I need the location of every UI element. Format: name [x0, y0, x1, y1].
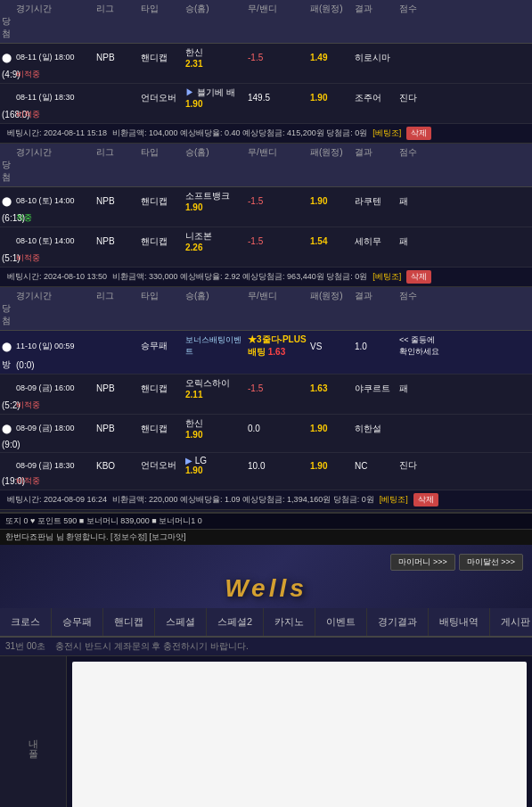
bet-link[interactable]: [베팅조]	[372, 128, 401, 139]
row-score: (6:13)	[2, 213, 16, 223]
row-status: 비적중	[16, 69, 96, 80]
bet-detail: 비환금액: 104,000 예상배당율: 0.40 예상당첨금: 415,200…	[112, 128, 367, 139]
col-win: 당첨	[2, 159, 16, 184]
row-away-odds: 1.63	[310, 383, 355, 393]
row-result: 패	[399, 383, 444, 395]
row-away-odds: 1.90	[310, 196, 355, 206]
cancel-button[interactable]: 삭제	[413, 493, 438, 506]
nav-handicap[interactable]: 핸디캡	[103, 608, 155, 636]
row-handicap: 149.5	[248, 93, 310, 103]
row-icon: ⬤	[2, 342, 16, 351]
col-away: 패(원정)	[310, 3, 355, 15]
bet-section-2: 경기시간 리그 타입 승(홈) 무/밴디 패(원정) 결과 점수 당첨 ⬤ 08…	[0, 144, 532, 287]
bet-info-row-3: 베팅시간: 2024-08-09 16:24 비환금액: 220,000 예상배…	[0, 490, 532, 510]
nav-betting-history[interactable]: 배팅내역	[429, 608, 490, 636]
row-time: 08-09 (금) 16:00	[16, 383, 96, 394]
cancel-button[interactable]: 삭제	[406, 127, 431, 140]
sports-section: 경기시간 리그 타입 승(홈) 무/밴디 패(원정) 결과 점수 당첨 ⬤ 08…	[0, 0, 532, 514]
col-away: 패(원정)	[310, 290, 355, 302]
table-row: ⬤ 08-09 (금) 18:00 NPB 핸디캡 한신1.90 0.0 1.9…	[0, 415, 532, 453]
row-time: 11-10 (일) 00:59	[16, 341, 96, 352]
col-result: 결과	[355, 290, 399, 302]
bet-section-3: 경기시간 리그 타입 승(홈) 무/밴디 패(원정) 결과 점수 당첨 ⬤ 11…	[0, 287, 532, 510]
cancel-button[interactable]: 삭제	[406, 270, 431, 284]
row-score: (9:0)	[2, 440, 16, 449]
info-text: 한번다죠판님 님 환영합니다. [정보수정] [보그마앗]	[5, 531, 186, 543]
col-time: 경기시간	[16, 3, 96, 15]
row-result: 패	[399, 235, 444, 248]
row-type: 핸디캡	[141, 52, 185, 64]
table-row: 08-10 (토) 14:00 NPB 핸디캡 니조본2.26 -1.5 1.5…	[0, 227, 532, 268]
row-type: 핸디캡	[141, 195, 185, 208]
row-time: 08-10 (토) 14:00	[16, 195, 96, 207]
bet-time-label: 베팅시간: 2024-08-09 16:24	[7, 494, 107, 506]
row-home: ▶ LG1.90	[185, 456, 248, 475]
row-type: 언더오버	[141, 459, 185, 472]
row-icon: ⬤	[2, 53, 16, 62]
row-time: 08-10 (토) 14:00	[16, 235, 96, 247]
row-away: 히한설	[355, 423, 399, 435]
nav-special[interactable]: 스페셜	[155, 608, 207, 636]
row-score: (168:0)	[2, 110, 16, 119]
col-home: 승(홈)	[185, 3, 248, 15]
col-type: 타입	[141, 290, 185, 302]
row-result: 방	[2, 358, 16, 371]
wells-logo: Wells	[0, 574, 532, 603]
bet-info-row-1: 베팅시간: 2024-08-11 15:18 비환금액: 104,000 예상배…	[0, 124, 532, 144]
col-result: 결과	[355, 3, 399, 15]
nav-results[interactable]: 경기결과	[367, 608, 429, 636]
row-score: (4:9)	[2, 70, 16, 79]
timer: 31번 00초	[5, 641, 45, 651]
nav-casino[interactable]: 카지노	[264, 608, 315, 636]
row-away-odds: 1.0	[355, 342, 399, 351]
row-time: 08-11 (일) 18:00	[16, 52, 96, 63]
table-row: ⬤ 08-10 (토) 14:00 NPB 핸디캡 소프트뱅크1.90 -1.5…	[0, 187, 532, 227]
bet-detail: 비환금액: 220,000 예상배당율: 1.09 예상당첨금: 1,394,1…	[112, 494, 374, 506]
row-handicap: 0.0	[248, 424, 310, 433]
col-check	[2, 3, 16, 15]
col-home: 승(홈)	[185, 290, 248, 302]
col-time: 경기시간	[16, 146, 96, 159]
row-type: 핸디캡	[141, 235, 185, 248]
row-handicap: -1.5	[248, 53, 310, 62]
bet-time-label: 베팅시간: 2024-08-10 13:50	[7, 271, 107, 283]
col-result: 결과	[355, 146, 399, 159]
row-time: 08-09 (금) 18:30	[16, 460, 96, 472]
table-row: 08-11 (일) 18:30 언더오버 ▶ 블기베 배1.90 149.5 1…	[0, 84, 532, 124]
col-score: 점수	[399, 290, 444, 302]
my-select-button[interactable]: 마이달선 >>>	[459, 554, 523, 571]
nav-board[interactable]: 게시판	[490, 608, 532, 636]
row-score: (5:2)	[2, 400, 16, 410]
nav-cross[interactable]: 크로스	[0, 608, 52, 636]
row-league: NPB	[96, 424, 141, 433]
col-away: 패(원정)	[310, 146, 355, 159]
row-status: 비적중	[16, 252, 96, 264]
row-icon: ⬤	[2, 196, 16, 206]
bet-link[interactable]: [베팅조]	[380, 494, 408, 506]
row-home: ▶ 블기베 배1.90	[185, 86, 248, 109]
row-away-odds: 1.49	[310, 53, 355, 62]
my-money-button[interactable]: 마이머니 >>>	[390, 554, 454, 571]
row-time: 08-09 (금) 18:00	[16, 423, 96, 434]
row-type: 언더오버	[141, 92, 185, 104]
row-score: (19:0)	[2, 476, 16, 486]
table-header-2: 경기시간 리그 타입 승(홈) 무/밴디 패(원정) 결과 점수 당첨	[0, 144, 532, 187]
nav-events[interactable]: 이벤트	[315, 608, 367, 636]
row-score: (0:0)	[16, 360, 96, 370]
row-home: 니조본2.26	[185, 230, 248, 252]
col-win: 당첨	[2, 302, 16, 327]
table-row: ⬤ 11-10 (일) 00:59 승무패 보너스배팅이벤트 ★3줄다-PLUS…	[0, 331, 532, 375]
col-home: 승(홈)	[185, 146, 248, 159]
nav-special2[interactable]: 스페셜2	[207, 608, 264, 636]
nav-win-draw-lose[interactable]: 승무패	[52, 608, 103, 636]
row-handicap: -1.5	[248, 196, 310, 206]
row-league: KBO	[96, 461, 141, 471]
row-away-odds: 1.90	[310, 424, 355, 433]
row-home: 한신1.90	[185, 417, 248, 440]
row-result: 진다	[399, 92, 444, 104]
col-league: 리그	[96, 146, 141, 159]
table-row: 08-09 (금) 18:30 KBO 언더오버 ▶ LG1.90 10.0 1…	[0, 453, 532, 490]
row-league: NPB	[96, 53, 141, 62]
bet-link[interactable]: [베팅조]	[372, 271, 401, 283]
bet-detail: 비환금액: 330,000 예상배당율: 2.92 예상당첨금: 963,440…	[112, 271, 367, 283]
